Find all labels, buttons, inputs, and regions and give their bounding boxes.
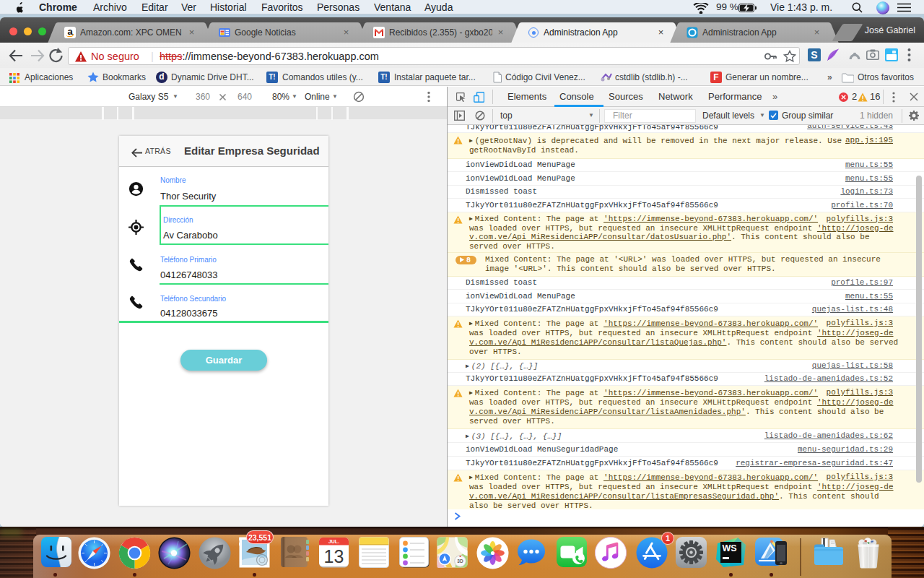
- svg-text:JUL.: JUL.: [328, 539, 339, 544]
- svg-text:13: 13: [324, 546, 344, 566]
- svg-text:3D: 3D: [457, 558, 463, 564]
